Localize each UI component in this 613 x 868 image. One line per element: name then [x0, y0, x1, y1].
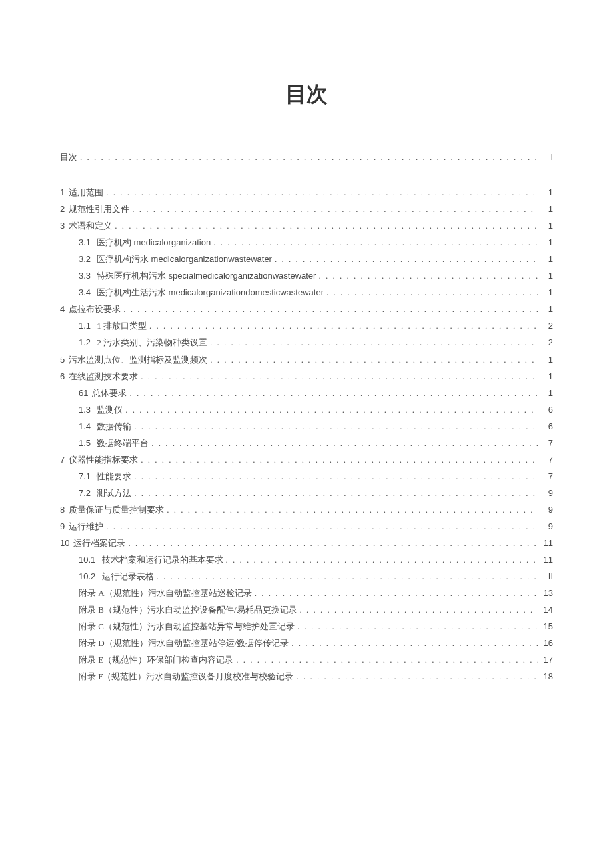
toc-entry-page: 1: [541, 285, 553, 301]
toc-leader-dots: . . . . . . . . . . . . . . . . . . . . …: [326, 285, 538, 301]
toc-entry-number: 1.5: [79, 438, 91, 448]
toc-leader-dots: . . . . . . . . . . . . . . . . . . . . …: [318, 268, 538, 284]
toc-entry-page: 11: [541, 535, 553, 551]
toc-entry: 3.1 医疗机构 medicalorganization. . . . . . …: [60, 235, 553, 251]
toc-entry: 9运行维护. . . . . . . . . . . . . . . . . .…: [60, 519, 553, 535]
toc-entry: 7仪器性能指标要求. . . . . . . . . . . . . . . .…: [60, 452, 553, 468]
toc-entry-number: 61: [79, 388, 88, 398]
toc-entry-number: 1.4: [79, 421, 91, 431]
toc-entry-label: 附录 F（规范性）污水自动监控设备月度校准与校验记录: [79, 669, 293, 685]
toc-leader-dots: . . . . . . . . . . . . . . . . . . . . …: [210, 335, 538, 351]
toc-entry-page: 6: [541, 402, 553, 418]
toc-entry-label: 5污水监测点位、监测指标及监测频次: [60, 352, 207, 368]
toc-entry-text: 点拉布设要求: [69, 304, 121, 314]
toc-entry-text: 在线监测技术要求: [69, 371, 138, 381]
toc-entry-number: 5: [60, 355, 65, 365]
toc-entry-page: 14: [541, 602, 553, 618]
toc-entry: 1.1 1 排放口类型. . . . . . . . . . . . . . .…: [60, 318, 553, 334]
toc-entry-text: 监测仪: [97, 405, 123, 415]
toc-leader-dots: . . . . . . . . . . . . . . . . . . . . …: [213, 235, 538, 251]
toc-leader-dots: . . . . . . . . . . . . . . . . . . . . …: [157, 569, 538, 585]
toc-leader-dots: . . . . . . . . . . . . . . . . . . . . …: [141, 369, 538, 385]
toc-leader-dots: . . . . . . . . . . . . . . . . . . . . …: [134, 485, 538, 501]
toc-entry-page: 9: [541, 519, 553, 535]
toc-entry-page: 1: [541, 385, 553, 401]
toc-spacer: [60, 166, 553, 185]
toc-entry-label: 1.1 1 排放口类型: [79, 318, 147, 334]
toc-entry-text: 技术档案和运行记录的基本要求: [102, 555, 223, 565]
toc-entry-text: 附录 B（规范性）污水自动监控设备配件/易耗品更换记录: [79, 605, 297, 615]
toc-entry-text: 1 排放口类型: [97, 321, 147, 331]
toc-entry-number: 7.2: [79, 488, 91, 498]
toc-entry: 4点拉布设要求. . . . . . . . . . . . . . . . .…: [60, 301, 553, 317]
toc-entry-text: 数据传输: [97, 421, 131, 431]
toc-entry-label: 10.2 运行记录表格: [79, 569, 154, 585]
toc-entry-label: 附录 D（规范性）污水自动监控基站停运/数据停传记录: [79, 635, 289, 651]
toc-entry-number: 3.3: [79, 271, 91, 281]
toc-entry-text: 2 污水类别、污染物种类设置: [97, 337, 207, 347]
toc-entry: 3术语和定义. . . . . . . . . . . . . . . . . …: [60, 218, 553, 234]
toc-leader-dots: . . . . . . . . . . . . . . . . . . . . …: [226, 552, 538, 568]
toc-entry-page: 1: [541, 235, 553, 251]
toc-entry-page: 7: [541, 469, 553, 485]
toc-leader-dots: . . . . . . . . . . . . . . . . . . . . …: [80, 149, 538, 165]
toc-entry-label: 10.1 技术档案和运行记录的基本要求: [79, 552, 223, 568]
toc-entry-label: 3.2 医疗机构污水 medicalorganizationwastewater: [79, 251, 272, 267]
toc-entry: 附录 A（规范性）污水自动监控基站巡检记录. . . . . . . . . .…: [60, 585, 553, 601]
table-of-contents: 目次. . . . . . . . . . . . . . . . . . . …: [60, 149, 553, 685]
toc-entry: 8质量保证与质量控制要求. . . . . . . . . . . . . . …: [60, 502, 553, 518]
toc-entry: 6在线监测技术要求. . . . . . . . . . . . . . . .…: [60, 369, 553, 385]
toc-entry-page: 7: [541, 452, 553, 468]
toc-entry-text: 特殊医疗机构污水 specialmedicalorganizationwaste…: [97, 271, 316, 281]
toc-entry-page: 2: [541, 335, 553, 351]
toc-entry-page: I: [541, 149, 553, 165]
toc-entry-page: 1: [541, 218, 553, 234]
toc-entry-number: 10.2: [79, 571, 95, 581]
toc-entry-label: 8质量保证与质量控制要求: [60, 502, 164, 518]
toc-entry-page: 18: [541, 669, 553, 685]
toc-entry-text: 附录 C（规范性）污水自动监控基站异常与维护处置记录: [79, 621, 295, 631]
toc-entry-text: 附录 D（规范性）污水自动监控基站停运/数据停传记录: [79, 638, 289, 648]
toc-entry: 附录 E（规范性）环保部门检查内容记录. . . . . . . . . . .…: [60, 652, 553, 668]
toc-entry-page: 17: [541, 652, 553, 668]
toc-entry-label: 1.4 数据传输: [79, 419, 131, 435]
toc-entry: 附录 F（规范性）污水自动监控设备月度校准与校验记录. . . . . . . …: [60, 669, 553, 685]
toc-entry-page: 15: [541, 619, 553, 635]
toc-entry-number: 7: [60, 455, 65, 465]
toc-leader-dots: . . . . . . . . . . . . . . . . . . . . …: [291, 635, 538, 651]
toc-leader-dots: . . . . . . . . . . . . . . . . . . . . …: [300, 602, 538, 618]
toc-entry-label: 附录 C（规范性）污水自动监控基站异常与维护处置记录: [79, 619, 295, 635]
toc-leader-dots: . . . . . . . . . . . . . . . . . . . . …: [106, 519, 538, 535]
toc-entry-page: 13: [541, 585, 553, 601]
toc-leader-dots: . . . . . . . . . . . . . . . . . . . . …: [123, 301, 538, 317]
toc-entry-text: 附录 F（规范性）污水自动监控设备月度校准与校验记录: [79, 671, 293, 681]
toc-entry-page: 6: [541, 419, 553, 435]
toc-leader-dots: . . . . . . . . . . . . . . . . . . . . …: [129, 385, 538, 401]
toc-entry-number: 7.1: [79, 471, 91, 481]
toc-entry-label: 61总体要求: [79, 385, 127, 401]
toc-entry-text: 总体要求: [92, 388, 127, 398]
toc-entry: 3.2 医疗机构污水 medicalorganizationwastewater…: [60, 251, 553, 267]
toc-leader-dots: . . . . . . . . . . . . . . . . . . . . …: [255, 585, 538, 601]
toc-entry-number: 1.1: [79, 321, 91, 331]
toc-entry: 2规范性引用文件. . . . . . . . . . . . . . . . …: [60, 201, 553, 217]
toc-entry-label: 附录 A（规范性）污水自动监控基站巡检记录: [79, 585, 252, 601]
toc-entry-label: 7.2 测试方法: [79, 485, 131, 501]
toc-entry-number: 4: [60, 304, 65, 314]
toc-entry-number: 1.2: [79, 337, 91, 347]
toc-entry: 3.4 医疗机构生活污水 medicalorganizationdomestic…: [60, 285, 553, 301]
toc-entry-text: 运行维护: [69, 521, 103, 531]
toc-entry: 3.3 特殊医疗机构污水 specialmedicalorganizationw…: [60, 268, 553, 284]
toc-entry-page: 1: [541, 352, 553, 368]
toc-entry-label: 附录 E（规范性）环保部门检查内容记录: [79, 652, 233, 668]
toc-leader-dots: . . . . . . . . . . . . . . . . . . . . …: [296, 669, 538, 685]
toc-entry: 1.5 数据终端平台. . . . . . . . . . . . . . . …: [60, 435, 553, 451]
toc-entry-page: 1: [541, 369, 553, 385]
toc-entry-number: 9: [60, 521, 65, 531]
toc-entry-page: 7: [541, 435, 553, 451]
toc-entry: 7.1 性能要求. . . . . . . . . . . . . . . . …: [60, 469, 553, 485]
toc-leader-dots: . . . . . . . . . . . . . . . . . . . . …: [167, 502, 538, 518]
toc-entry-label: 3.4 医疗机构生活污水 medicalorganizationdomestic…: [79, 285, 324, 301]
toc-entry: 附录 B（规范性）污水自动监控设备配件/易耗品更换记录. . . . . . .…: [60, 602, 553, 618]
toc-entry-text: 性能要求: [97, 471, 131, 481]
